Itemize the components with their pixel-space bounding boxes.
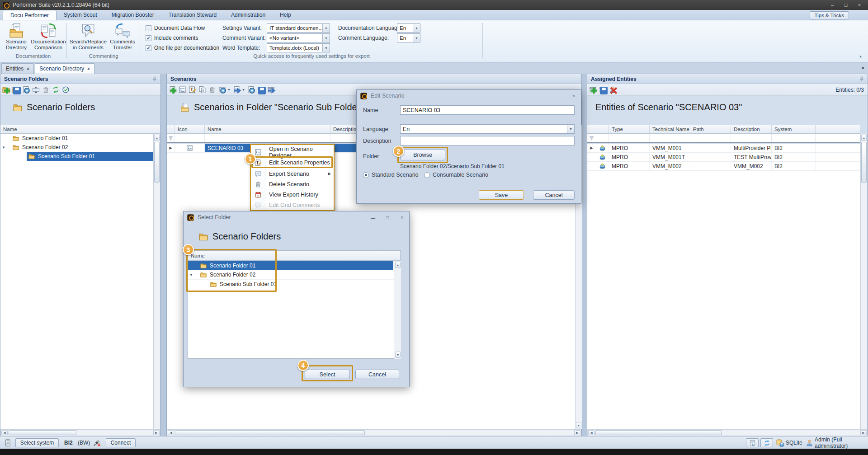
checkbox-document-data-flow[interactable]: Document Data Flow bbox=[146, 24, 205, 32]
scroll-right-icon[interactable]: ▶ bbox=[153, 430, 160, 435]
maximize-dialog-icon[interactable]: □ bbox=[382, 214, 393, 221]
save-folder-button[interactable] bbox=[12, 86, 20, 94]
vertical-scrollbar[interactable]: ▲ ▼ bbox=[394, 261, 401, 359]
tree-item-scenario-folder-01[interactable]: Scenario Folder 01 bbox=[0, 134, 153, 143]
minimize-dialog-icon[interactable]: ▬ bbox=[368, 214, 378, 221]
radio-consumable-scenario[interactable]: Consumable Scenario bbox=[424, 172, 488, 178]
export-excel-button[interactable] bbox=[22, 86, 30, 94]
scroll-up-icon[interactable]: ▲ bbox=[395, 262, 401, 268]
tab-help[interactable]: Help bbox=[273, 10, 298, 20]
delete-scenario-button[interactable] bbox=[208, 86, 216, 94]
open-scenario-designer-button[interactable] bbox=[179, 86, 186, 94]
new-scenario-button[interactable] bbox=[169, 86, 176, 94]
vertical-scrollbar[interactable]: ▲ bbox=[860, 134, 868, 429]
scroll-left-icon[interactable]: ◀ bbox=[588, 430, 594, 435]
radio-standard-scenario[interactable]: Standard Scenario bbox=[363, 172, 419, 178]
menu-item-open-in-scenario-designer[interactable]: Open in Scenario Designer bbox=[251, 147, 334, 157]
column-header-name[interactable]: Name bbox=[205, 125, 330, 133]
new-folder-button[interactable] bbox=[2, 86, 10, 94]
column-header-system[interactable]: System bbox=[772, 125, 816, 133]
close-window-button[interactable]: × bbox=[853, 0, 866, 10]
tab-translation-steward[interactable]: Translation Steward bbox=[161, 10, 224, 20]
remove-entity-button[interactable] bbox=[609, 86, 617, 94]
dropdown-arrow-icon[interactable]: ▼ bbox=[322, 44, 330, 52]
select-button[interactable]: Select bbox=[305, 370, 350, 379]
tab-docu-performer[interactable]: Docu Performer bbox=[3, 10, 57, 20]
import-grid-button[interactable] bbox=[267, 86, 275, 94]
tree-item-scenario-folder-02[interactable]: ▾ Scenario Folder 02 bbox=[0, 143, 153, 152]
doc-tab-scenario-directory[interactable]: Scenario Directory × bbox=[35, 63, 94, 74]
collapse-ribbon-icon[interactable]: ▴ bbox=[859, 54, 862, 58]
add-entity-button[interactable] bbox=[589, 86, 597, 94]
menu-item-view-export-history[interactable]: View Export History bbox=[251, 189, 334, 200]
comment-language-select[interactable]: En▼ bbox=[397, 33, 420, 42]
sync-button[interactable] bbox=[760, 438, 773, 447]
column-header-technical-name[interactable]: Technical Name bbox=[650, 125, 690, 133]
tips-and-tricks-button[interactable]: Tips & Tricks bbox=[810, 11, 849, 19]
delete-folder-button[interactable] bbox=[42, 86, 50, 94]
connect-button[interactable]: Connect bbox=[106, 438, 136, 447]
documentation-language-select[interactable]: En▼ bbox=[397, 23, 420, 33]
minimize-window-button[interactable]: – bbox=[826, 0, 839, 10]
close-tab-icon[interactable]: × bbox=[27, 66, 29, 71]
dropdown-arrow-icon[interactable]: ▼ bbox=[242, 88, 245, 91]
search-replace-comments-button[interactable]: Search/Replacein Comments bbox=[70, 23, 107, 52]
entity-row[interactable]: ▶ MPRO VMM_M001 MultiProvider Purc... BI… bbox=[587, 144, 860, 153]
column-header-description[interactable]: Description bbox=[731, 125, 772, 133]
dropdown-arrow-icon[interactable]: ▼ bbox=[413, 34, 420, 42]
duplicate-scenario-button[interactable] bbox=[198, 86, 206, 94]
column-header-icon[interactable]: Icon bbox=[175, 125, 205, 133]
edit-scenario-properties-button[interactable] bbox=[189, 86, 196, 94]
save-button[interactable]: Save bbox=[479, 190, 524, 200]
filter-row[interactable] bbox=[587, 134, 860, 143]
cancel-button[interactable]: Cancel bbox=[533, 190, 575, 200]
tree-item-scenario-folder-02[interactable]: ▾ Scenario Folder 02 bbox=[188, 270, 401, 280]
dropdown-arrow-icon[interactable]: ▼ bbox=[227, 88, 231, 91]
entity-row[interactable]: MPRO VMM_M001T TEST MultiProvider... BI2 bbox=[587, 153, 860, 162]
export-entities-button[interactable] bbox=[599, 86, 607, 94]
close-document-icon[interactable]: × bbox=[862, 65, 864, 70]
cancel-button[interactable]: Cancel bbox=[355, 370, 399, 379]
menu-item-edit-scenario-properties[interactable]: Edit Scenario Properties bbox=[251, 157, 334, 168]
scroll-up-icon[interactable]: ▲ bbox=[154, 135, 160, 141]
export-excel-button[interactable] bbox=[247, 86, 255, 94]
horizontal-scrollbar[interactable]: ◀ ▶ bbox=[167, 429, 581, 436]
scroll-up-icon[interactable]: ▲ bbox=[861, 135, 867, 141]
pin-icon[interactable] bbox=[859, 76, 865, 82]
checkbox-include-comments[interactable]: ✓ Include comments bbox=[146, 34, 198, 42]
vertical-scrollbar[interactable]: ▲ bbox=[153, 134, 160, 429]
validate-button[interactable] bbox=[62, 86, 70, 94]
column-header-type[interactable]: Type bbox=[609, 125, 650, 133]
scroll-left-icon[interactable]: ◀ bbox=[168, 430, 174, 435]
rename-folder-button[interactable] bbox=[32, 86, 40, 94]
dropdown-arrow-icon[interactable]: ▼ bbox=[413, 24, 420, 32]
entity-row[interactable]: MPRO VMM_M002 VMM_M002 BI2 bbox=[587, 162, 860, 171]
horizontal-scrollbar[interactable]: ◀ ▶ bbox=[0, 429, 160, 436]
tree-item-scenario-folder-01[interactable]: Scenario Folder 01 bbox=[188, 261, 401, 270]
scroll-right-icon[interactable]: ▶ bbox=[574, 430, 580, 435]
column-header-path[interactable]: Path bbox=[690, 125, 731, 133]
language-select[interactable]: En ▼ bbox=[400, 124, 575, 134]
dropdown-arrow-icon[interactable]: ▼ bbox=[322, 34, 330, 42]
dropdown-arrow-icon[interactable]: ▼ bbox=[322, 24, 330, 32]
refresh-button[interactable] bbox=[52, 86, 60, 94]
scroll-down-icon[interactable]: ▼ bbox=[576, 422, 581, 428]
export-documentation-button[interactable] bbox=[233, 86, 241, 94]
tab-migration-booster[interactable]: Migration Booster bbox=[104, 10, 161, 20]
tree-item-scenario-sub-folder-01[interactable]: Scenario Sub Folder 01 bbox=[188, 280, 401, 289]
scroll-left-icon[interactable]: ◀ bbox=[1, 430, 8, 435]
export-comments-button[interactable] bbox=[218, 86, 226, 94]
doc-tab-entities[interactable]: Entities × bbox=[1, 63, 34, 74]
documentation-comparison-button[interactable]: DocumentationComparison bbox=[32, 23, 65, 52]
browse-folder-button[interactable]: Browse bbox=[400, 150, 445, 160]
menu-item-export-scenario[interactable]: Export Scenario ▶ bbox=[251, 169, 334, 179]
checkbox-one-file-per-documentation[interactable]: ✓ One file per documentation bbox=[146, 44, 219, 52]
name-field[interactable] bbox=[400, 105, 575, 115]
tree-item-scenario-sub-folder-01[interactable]: Scenario Sub Folder 01 bbox=[0, 152, 153, 161]
close-dialog-icon[interactable]: × bbox=[396, 214, 407, 221]
close-tab-icon[interactable]: × bbox=[87, 66, 90, 71]
column-header-name[interactable]: Name bbox=[0, 125, 160, 133]
comments-transfer-button[interactable]: CommentsTransfer bbox=[108, 23, 137, 52]
maximize-window-button[interactable]: □ bbox=[839, 0, 853, 10]
comment-variant-select[interactable]: <No variant>▼ bbox=[267, 33, 330, 42]
